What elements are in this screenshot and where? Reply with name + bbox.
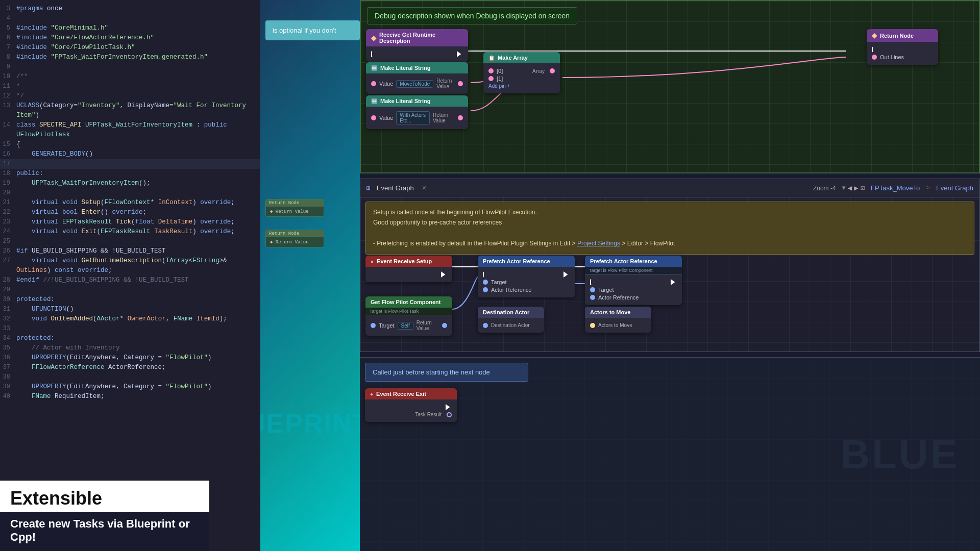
node-title: Make Array bbox=[498, 55, 528, 61]
node-row: Destination Actor bbox=[483, 322, 539, 328]
node-title: Make Literal String bbox=[380, 98, 430, 104]
setup-nodes-area: ● Event Receive Setup bbox=[365, 256, 974, 347]
code-line: 10 /** bbox=[0, 72, 260, 82]
pin bbox=[483, 280, 488, 285]
code-line: 9 bbox=[0, 62, 260, 72]
nav-forward-button[interactable]: ▶ bbox=[854, 184, 858, 192]
eg-zoom-level: Zoom -4 bbox=[813, 185, 836, 192]
node-header: Destination Actor bbox=[478, 307, 544, 318]
eg-close-button[interactable]: × bbox=[422, 184, 426, 192]
node-row bbox=[370, 404, 452, 410]
blueprint-watermark: BLUE bbox=[840, 431, 960, 478]
add-pin-label[interactable]: Add pin + bbox=[488, 83, 510, 89]
node-make-array: 📋 Make Array [0] Array [1] Ad bbox=[483, 52, 560, 93]
node-title: Return Node bbox=[880, 33, 914, 39]
node-header: Get Flow Pilot Component bbox=[365, 296, 452, 308]
zoom-dropdown-icon[interactable]: ▼ bbox=[842, 185, 846, 192]
code-content: 3 #pragma once 4 5 #include "CoreMinimal… bbox=[0, 0, 260, 406]
code-line: 28 #endif //!UE_BUILD_SHIPPING && !UE_BU… bbox=[0, 276, 260, 285]
pin-out bbox=[458, 81, 463, 86]
fit-screen-icon[interactable]: ⊡ bbox=[861, 184, 865, 192]
pin bbox=[872, 55, 877, 60]
code-line: 11 * bbox=[0, 82, 260, 91]
exec-pin bbox=[371, 51, 377, 57]
code-line: 5 #include "CoreMinimal.h" bbox=[0, 23, 260, 33]
code-line: 26 #if UE_BUILD_SHIPPING && !UE_BUILD_TE… bbox=[0, 246, 260, 256]
pin-out bbox=[590, 323, 595, 328]
code-line: 36 UPROPERTY(EditAnywhere, Category = "F… bbox=[0, 353, 260, 363]
node-title: Receive Get Runtime Description bbox=[379, 32, 463, 44]
node-row bbox=[371, 271, 447, 278]
mini-blueprint-area: Return Node ◆ Return Value Return Node ◆… bbox=[263, 199, 357, 434]
code-line: 12 */ bbox=[0, 91, 260, 101]
pin bbox=[371, 323, 376, 328]
node-prefetch-2: Prefetch Actor Reference Target is Flow … bbox=[585, 256, 682, 305]
code-line: 16 GENERATED_BODY() bbox=[0, 149, 260, 159]
code-line: 35 // Actor with Inventory bbox=[0, 343, 260, 353]
node-body: [0] Array [1] Add pin + bbox=[483, 63, 560, 93]
node-header: Actors to Move bbox=[585, 307, 651, 318]
node-icon: ● bbox=[371, 259, 374, 264]
node-get-flow-pilot: Get Flow Pilot Component Target is Flow … bbox=[365, 296, 452, 336]
pin bbox=[488, 68, 494, 73]
node-header: 🔤 Make Literal String bbox=[366, 95, 468, 107]
node-header: ◆ Receive Get Runtime Description bbox=[366, 29, 468, 46]
eg-title: Event Graph bbox=[377, 184, 414, 192]
pin bbox=[590, 287, 595, 292]
exec-out-pin bbox=[671, 279, 677, 285]
value-tag: With Actors Etc... bbox=[396, 111, 430, 124]
exec-pin bbox=[483, 271, 489, 278]
middle-panel: is optional if you don't JEPRINT Return … bbox=[260, 0, 360, 551]
code-line: 6 #include "Core/FlowActorReference.h" bbox=[0, 33, 260, 43]
node-row: Target Self Return Value bbox=[371, 320, 447, 331]
node-title: Get Flow Pilot Component bbox=[371, 299, 441, 305]
pin-out bbox=[442, 323, 447, 328]
node-return-node: ◆ Return Node Out Lines bbox=[867, 29, 938, 65]
node-row bbox=[483, 271, 570, 278]
code-line: 8 #include "FPTask_WaitForInventoryItem.… bbox=[0, 53, 260, 62]
node-row: Actors to Move bbox=[590, 322, 646, 328]
node-header: ◆ Return Node bbox=[867, 29, 938, 42]
node-header: ● Event Receive Setup bbox=[365, 256, 452, 267]
info-line4: - Prefetching is enabled by default in t… bbox=[373, 238, 967, 248]
code-line: 7 #include "Core/FlowPilotTask.h" bbox=[0, 43, 260, 53]
bp-exit-section: BLUE Called just before starting the nex… bbox=[360, 357, 980, 551]
pin bbox=[371, 81, 376, 86]
node-title: Event Receive Setup bbox=[377, 258, 432, 264]
node-row bbox=[371, 51, 463, 57]
pin-out bbox=[483, 323, 488, 328]
nav-back-button[interactable]: ◀ bbox=[848, 184, 852, 192]
node-icon: 📋 bbox=[488, 55, 495, 61]
node-make-literal-1: 🔤 Make Literal String Value MoveToNode R… bbox=[366, 62, 468, 94]
extensible-label-box: Extensible Create new Tasks via Blueprin… bbox=[0, 481, 209, 551]
pin-out bbox=[458, 115, 463, 120]
node-destination-actor: Destination Actor Destination Actor bbox=[478, 307, 544, 333]
code-line: 24 virtual void Exit(EFPTaskResult TaskR… bbox=[0, 227, 260, 237]
code-line: 27 virtual void GetRuntimeDescription(TA… bbox=[0, 256, 260, 276]
blueprint-panel: Debug description shown when Debug is di… bbox=[360, 0, 980, 551]
node-row: Actor Reference bbox=[590, 294, 677, 300]
code-line: 22 virtual bool Enter() override; bbox=[0, 208, 260, 217]
code-line: 14 class SPECTRE_API UFPTask_WaitForInve… bbox=[0, 120, 260, 140]
pin bbox=[488, 76, 494, 81]
project-settings-link[interactable]: Project Settings bbox=[577, 240, 620, 247]
pin bbox=[483, 287, 488, 292]
exit-info-box: Called just before starting the next nod… bbox=[365, 363, 528, 382]
node-title: Prefetch Actor Reference bbox=[590, 258, 657, 264]
code-line: 19 UFPTask_WaitForInventoryItem(); bbox=[0, 179, 260, 188]
pin-out bbox=[550, 68, 555, 73]
exec-out-pin bbox=[446, 404, 452, 410]
node-row bbox=[872, 46, 933, 53]
node-icon: 🔤 bbox=[371, 98, 377, 104]
tooltip-text: is optional if you don't bbox=[273, 27, 336, 34]
pin-label: Out Lines bbox=[880, 54, 904, 60]
code-line: 39 UPROPERTY(EditAnywhere, Category = "F… bbox=[0, 382, 260, 392]
node-body: Task Result bbox=[365, 399, 457, 422]
node-header: Prefetch Actor Reference bbox=[585, 256, 682, 267]
code-line: 4 bbox=[0, 14, 260, 23]
code-line: 13 UCLASS(Category="Inventory", DisplayN… bbox=[0, 101, 260, 120]
breadcrumb-task: FPTask_MoveTo bbox=[871, 184, 920, 192]
info-line2: Good opportunity to pre-cache actor refe… bbox=[373, 217, 967, 228]
node-receive-runtime: ◆ Receive Get Runtime Description bbox=[366, 29, 468, 62]
value-tag: Self bbox=[398, 322, 413, 330]
